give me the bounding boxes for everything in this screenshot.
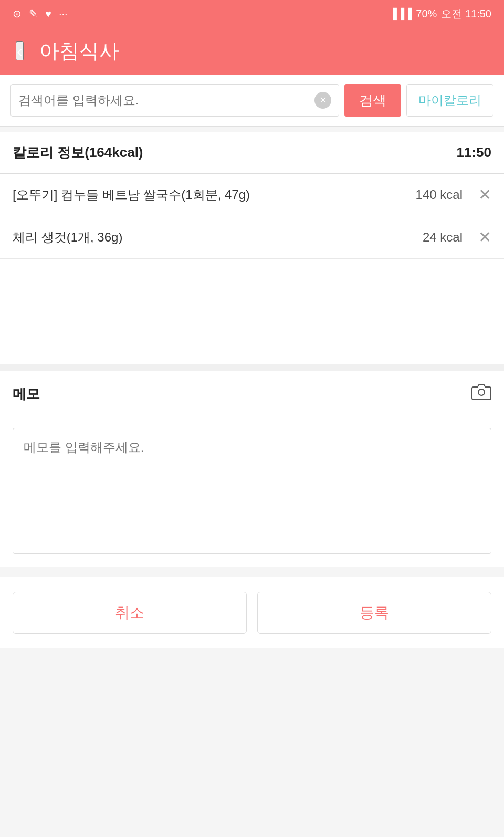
- remove-food-1-button[interactable]: ✕: [478, 187, 491, 203]
- food-item-name-1[interactable]: [오뚜기] 컵누들 베트남 쌀국수(1회분, 47g): [13, 186, 416, 203]
- status-icon-heart: ♥: [45, 8, 51, 20]
- svg-point-0: [478, 389, 485, 395]
- status-time: 오전 11:50: [441, 7, 491, 21]
- calorie-info-header: 칼로리 정보(164kcal) 11:50: [0, 132, 504, 174]
- status-icon-menu: ···: [59, 8, 68, 20]
- search-button[interactable]: 검색: [344, 84, 401, 117]
- search-input[interactable]: [18, 93, 314, 108]
- register-button[interactable]: 등록: [257, 592, 491, 634]
- camera-button[interactable]: [471, 383, 491, 405]
- status-bar: ⊙ ✎ ♥ ··· ▐▐▐ 70% 오전 11:50: [0, 0, 504, 27]
- table-row: 체리 생것(1개, 36g) 24 kcal ✕: [0, 216, 504, 259]
- food-item-name-2[interactable]: 체리 생것(1개, 36g): [13, 229, 423, 246]
- search-section: ✕ 검색 마이칼로리: [0, 75, 504, 127]
- app-header: ‹ 아침식사: [0, 27, 504, 75]
- clear-input-button[interactable]: ✕: [314, 92, 331, 109]
- calorie-info-title: 칼로리 정보(164kcal): [13, 143, 143, 162]
- food-item-kcal-2: 24 kcal: [423, 230, 463, 245]
- status-icon-u: ⊙: [13, 7, 22, 20]
- status-battery: 70%: [416, 8, 437, 20]
- memo-textarea[interactable]: [13, 428, 491, 554]
- status-signal: ▐▐▐: [390, 8, 412, 20]
- status-icon-edit: ✎: [29, 7, 38, 20]
- food-item-kcal-1: 140 kcal: [416, 187, 463, 202]
- food-list: [오뚜기] 컵누들 베트남 쌀국수(1회분, 47g) 140 kcal ✕ 체…: [0, 174, 504, 364]
- calorie-time: 11:50: [457, 144, 492, 161]
- memo-header: 메모: [0, 371, 504, 417]
- food-list-empty-area: [0, 259, 504, 364]
- status-left-icons: ⊙ ✎ ♥ ···: [13, 7, 68, 20]
- status-right-info: ▐▐▐ 70% 오전 11:50: [390, 7, 491, 21]
- page-title: 아침식사: [39, 38, 119, 65]
- remove-food-2-button[interactable]: ✕: [478, 229, 491, 245]
- memo-title: 메모: [13, 385, 40, 403]
- back-button[interactable]: ‹: [16, 41, 24, 60]
- search-input-wrap: ✕: [10, 84, 339, 117]
- my-calorie-button[interactable]: 마이칼로리: [406, 84, 494, 117]
- table-row: [오뚜기] 컵누들 베트남 쌀국수(1회분, 47g) 140 kcal ✕: [0, 174, 504, 216]
- section-divider: [0, 364, 504, 371]
- cancel-button[interactable]: 취소: [13, 592, 247, 634]
- bottom-buttons: 취소 등록: [0, 577, 504, 648]
- memo-body: [0, 417, 504, 567]
